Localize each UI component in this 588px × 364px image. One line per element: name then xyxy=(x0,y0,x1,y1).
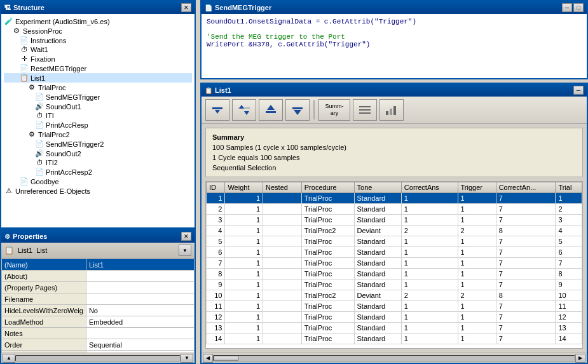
table-cell: 1 xyxy=(458,247,496,258)
tree-item-trialproc2[interactable]: ⚙ TrialProc2 xyxy=(4,130,192,139)
tree-item-sendmegtrigger[interactable]: 📄 SendMEGTrigger xyxy=(4,92,192,102)
table-row[interactable]: 121TrialProcStandard11712 xyxy=(207,312,582,323)
props-scrollbar[interactable]: ▲ ▼ xyxy=(1,353,195,363)
props-row[interactable]: Filename xyxy=(2,293,195,305)
code-maximize-button[interactable]: □ xyxy=(573,3,584,12)
props-cell-value[interactable]: Embedded xyxy=(86,316,194,328)
tree-item-resetmegtrigger[interactable]: 📄 ResetMEGTrigger xyxy=(4,64,192,73)
tree-item-fixation[interactable]: ✛ Fixation xyxy=(4,54,192,64)
col-trigger[interactable]: Trigger xyxy=(458,182,496,193)
scroll-left-button[interactable]: ◀ xyxy=(203,354,213,363)
props-row[interactable]: (About) xyxy=(2,271,195,282)
table-row[interactable]: 21TrialProcStandard1172 xyxy=(207,204,582,215)
props-row[interactable]: Notes xyxy=(2,328,195,339)
props-row[interactable]: (Property Pages) xyxy=(2,282,195,293)
props-cell-value[interactable] xyxy=(86,282,194,293)
props-cell-value[interactable]: No xyxy=(86,305,194,316)
table-row[interactable]: 31TrialProcStandard1173 xyxy=(207,215,582,226)
properties-close-button[interactable]: ✕ xyxy=(181,232,191,241)
table-row[interactable]: 41TrialProc2Deviant2284 xyxy=(207,226,582,236)
tree-label: TrialProc2 xyxy=(38,131,70,138)
props-row[interactable]: (Name)List1 xyxy=(2,259,195,271)
list1-toolbar: Summ-ary xyxy=(202,97,587,124)
props-cell-value[interactable] xyxy=(86,271,194,282)
table-cell: Standard xyxy=(354,301,401,312)
tree-item-experiment[interactable]: 🧪 Experiment (AudioStim_v6.es) xyxy=(4,17,192,26)
tree-item-trialproc[interactable]: ⚙ TrialProc xyxy=(4,83,192,92)
table-row[interactable]: 111TrialProcStandard11711 xyxy=(207,301,582,312)
props-dropdown-button[interactable]: ▼ xyxy=(179,245,191,256)
table-cell: 1 xyxy=(401,269,458,280)
code-minimize-button[interactable]: ─ xyxy=(562,3,572,12)
table-row[interactable]: 51TrialProcStandard1175 xyxy=(207,236,582,247)
horizontal-scrollbar[interactable]: ◀ ▶ xyxy=(202,353,587,363)
tree-label: TrialProc xyxy=(38,84,66,91)
table-cell: 1 xyxy=(225,269,263,280)
table-row[interactable]: 71TrialProcStandard1177 xyxy=(207,258,582,269)
list1-minimize-button[interactable]: ─ xyxy=(573,86,584,95)
tree-item-sendmegtrigger2[interactable]: 📄 SendMEGTrigger2 xyxy=(4,139,192,149)
tree-item-goodbye[interactable]: 📄 Goodbye xyxy=(4,177,192,186)
properties-header: 📋 List1 List ▼ xyxy=(1,243,195,259)
table-row[interactable]: 131TrialProcStandard11713 xyxy=(207,323,582,334)
tree-item-sessionproc[interactable]: ⚙ SessionProc xyxy=(4,26,192,36)
data-table-container[interactable]: ID Weight Nested Procedure Tone CorrectA… xyxy=(205,181,583,349)
tree-label: SendMEGTrigger2 xyxy=(46,140,104,148)
table-cell xyxy=(263,269,302,280)
col-id[interactable]: ID xyxy=(207,182,225,193)
toolbar-sort-button[interactable] xyxy=(232,99,256,121)
tree-item-instructions[interactable]: 📄 Instructions xyxy=(4,36,192,45)
props-cell-value[interactable]: Sequential xyxy=(86,339,194,351)
props-row[interactable]: HideLevelsWithZeroWeigNo xyxy=(2,305,195,316)
table-row[interactable]: 101TrialProc2Deviant22810 xyxy=(207,290,582,301)
table-row[interactable]: 91TrialProcStandard1179 xyxy=(207,280,582,290)
table-cell xyxy=(263,193,302,204)
props-row[interactable]: LoadMethodEmbedded xyxy=(2,316,195,328)
table-cell: 1 xyxy=(225,204,263,215)
table-cell: 1 xyxy=(225,258,263,269)
tree-item-soundout1[interactable]: 🔊 SoundOut1 xyxy=(4,102,192,111)
col-correctans[interactable]: CorrectAns xyxy=(401,182,458,193)
tree-item-list1[interactable]: 📋 List1 xyxy=(4,73,192,83)
tree-item-printaccresp[interactable]: 📄 PrintAccResp xyxy=(4,120,192,130)
table-row[interactable]: 81TrialProcStandard1178 xyxy=(207,269,582,280)
table-row[interactable]: 141TrialProcStandard11714 xyxy=(207,334,582,344)
col-trial[interactable]: Trial xyxy=(556,182,582,193)
props-cell-value[interactable] xyxy=(86,293,194,305)
tree-item-soundout2[interactable]: 🔊 SoundOut2 xyxy=(4,149,192,158)
table-row[interactable]: 61TrialProcStandard1176 xyxy=(207,247,582,258)
toolbar-insert-button[interactable] xyxy=(259,99,283,121)
props-cell-value[interactable] xyxy=(86,328,194,339)
toolbar-chart-button[interactable] xyxy=(379,99,404,121)
table-cell: 1 xyxy=(458,334,496,344)
col-weight[interactable]: Weight xyxy=(225,182,263,193)
toolbar-delete-button[interactable] xyxy=(285,99,310,121)
tree-item-printaccresp2[interactable]: 📄 PrintAccResp2 xyxy=(4,167,192,177)
scroll-up-button[interactable]: ▲ xyxy=(3,354,15,363)
tree-item-iti[interactable]: ⏱ ITI xyxy=(4,111,192,120)
scroll-down-button[interactable]: ▼ xyxy=(181,354,193,363)
props-cell-value[interactable]: List1 xyxy=(86,259,194,271)
toolbar-summary-button[interactable]: Summ-ary xyxy=(318,99,350,121)
svg-marker-1 xyxy=(215,110,220,114)
tree-item-iti2[interactable]: ⏱ ITI2 xyxy=(4,158,192,167)
props-cell-name: Filename xyxy=(2,293,86,305)
col-tone[interactable]: Tone xyxy=(354,182,401,193)
structure-close-button[interactable]: ✕ xyxy=(181,3,191,12)
scroll-right-button[interactable]: ▶ xyxy=(575,354,585,363)
printacc-icon: 📄 xyxy=(34,121,44,129)
table-row[interactable]: 11TrialProcStandard1171 xyxy=(207,193,582,204)
col-nested[interactable]: Nested xyxy=(263,182,302,193)
toolbar-add-row-button[interactable] xyxy=(205,99,229,121)
table-cell: 1 xyxy=(401,323,458,334)
col-correctan[interactable]: CorrectAn... xyxy=(496,182,556,193)
table-cell: 1 xyxy=(225,247,263,258)
table-cell: 1 xyxy=(401,193,458,204)
tree-item-unreferenced[interactable]: ⚠ Unreferenced E-Objects xyxy=(4,186,192,196)
toolbar-properties-button[interactable] xyxy=(353,99,377,121)
summary-title: Summary xyxy=(212,133,576,141)
props-row[interactable]: OrderSequential xyxy=(2,339,195,351)
h-scroll-thumb[interactable] xyxy=(214,356,239,361)
col-procedure[interactable]: Procedure xyxy=(301,182,354,193)
tree-item-wait1[interactable]: ⏱ Wait1 xyxy=(4,45,192,54)
